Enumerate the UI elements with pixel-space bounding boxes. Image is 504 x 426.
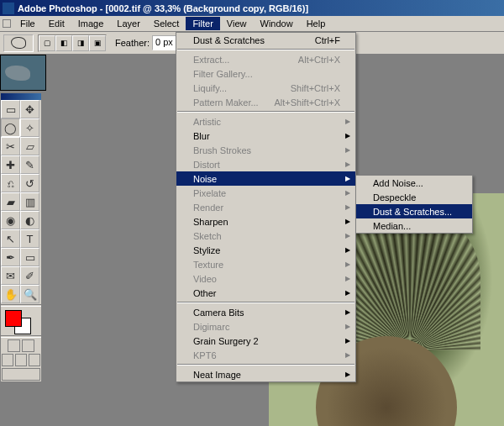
- toolbox: ▭✥ ◯✧ ✂▱ ✚✎ ⎌↺ ▰▥ ◉◐ ↖T ✒▭ ✉✐ ✋🔍: [0, 92, 42, 382]
- titlebar: Adobe Photoshop - [0002.tif @ 33,3% (Bac…: [0, 0, 504, 16]
- shape-tool[interactable]: ▭: [20, 248, 39, 266]
- menu-item-distort: Distort▶: [176, 157, 355, 171]
- dodge-tool[interactable]: ◐: [20, 211, 39, 229]
- menu-item-brush-strokes: Brush Strokes▶: [176, 143, 355, 157]
- type-tool[interactable]: T: [20, 229, 39, 248]
- crop-tool[interactable]: ✂: [1, 137, 20, 155]
- to-imageready[interactable]: [2, 368, 40, 381]
- gradient-tool[interactable]: ▥: [20, 192, 39, 211]
- stamp-tool[interactable]: ⎌: [1, 174, 20, 192]
- hand-tool[interactable]: ✋: [1, 285, 20, 303]
- menu-item-filter-gallery-: Filter Gallery...: [176, 66, 355, 81]
- menu-item-camera-bits[interactable]: Camera Bits▶: [176, 305, 355, 319]
- menu-layer[interactable]: Layer: [110, 17, 147, 30]
- menu-item-extract-: Extract...Alt+Ctrl+X: [176, 52, 355, 66]
- eyedropper-tool[interactable]: ✐: [20, 266, 39, 285]
- blur-tool[interactable]: ◉: [1, 211, 20, 229]
- lasso-tool[interactable]: ◯: [1, 118, 20, 137]
- pen-tool[interactable]: ✒: [1, 248, 20, 266]
- menu-item-stylize[interactable]: Stylize▶: [176, 243, 355, 257]
- menu-window[interactable]: Window: [254, 17, 300, 30]
- quickmask-mode[interactable]: [22, 339, 34, 352]
- menu-edit[interactable]: Edit: [42, 17, 71, 30]
- filter-dropdown: Dust & ScratchesCtrl+FExtract...Alt+Ctrl…: [176, 32, 356, 382]
- menu-item-other[interactable]: Other▶: [176, 286, 355, 300]
- menu-item-neat-image[interactable]: Neat Image▶: [176, 367, 355, 381]
- menu-filter[interactable]: Filter: [186, 17, 219, 30]
- submenu-item-dust-scratches-[interactable]: Dust & Scratches...: [356, 204, 472, 218]
- menu-file[interactable]: File: [13, 17, 42, 30]
- selection-subtract[interactable]: ◨: [72, 35, 89, 51]
- healing-tool[interactable]: ✚: [1, 155, 20, 174]
- document-thumbnail[interactable]: [0, 55, 46, 91]
- menu-item-kpt6: KPT6▶: [176, 348, 355, 362]
- menu-item-blur[interactable]: Blur▶: [176, 129, 355, 143]
- doc-corner-icon[interactable]: [3, 19, 11, 28]
- menu-item-grain-surgery-2[interactable]: Grain Surgery 2▶: [176, 334, 355, 348]
- selection-new[interactable]: ▢: [39, 35, 55, 51]
- eraser-tool[interactable]: ▰: [1, 192, 20, 211]
- selection-add[interactable]: ◧: [55, 35, 72, 51]
- app-icon: [3, 3, 14, 14]
- menubar: File Edit Image Layer Select Filter View…: [0, 16, 504, 32]
- noise-submenu: Add Noise...DespeckleDust & Scratches...…: [355, 175, 473, 234]
- menu-item-video: Video▶: [176, 271, 355, 286]
- zoom-tool[interactable]: 🔍: [20, 285, 39, 303]
- toolbox-titlebar[interactable]: [1, 93, 41, 100]
- path-tool[interactable]: ↖: [1, 229, 20, 248]
- menu-item-dust-scratches[interactable]: Dust & ScratchesCtrl+F: [176, 33, 355, 47]
- screen-standard[interactable]: [2, 354, 13, 366]
- menu-item-artistic: Artistic▶: [176, 114, 355, 129]
- wand-tool[interactable]: ✧: [20, 118, 39, 137]
- notes-tool[interactable]: ✉: [1, 266, 20, 285]
- menu-item-texture: Texture▶: [176, 257, 355, 271]
- menu-select[interactable]: Select: [147, 17, 186, 30]
- slice-tool[interactable]: ▱: [20, 137, 39, 155]
- marquee-tool[interactable]: ▭: [1, 100, 20, 118]
- foreground-color[interactable]: [5, 310, 22, 327]
- menu-item-pattern-maker-: Pattern Maker...Alt+Shift+Ctrl+X: [176, 95, 355, 109]
- feather-label: Feather:: [115, 38, 150, 48]
- color-swatches: [1, 308, 41, 334]
- history-brush-tool[interactable]: ↺: [20, 174, 39, 192]
- screen-full[interactable]: [29, 354, 40, 366]
- move-tool[interactable]: ✥: [20, 100, 39, 118]
- lasso-icon: [11, 37, 26, 49]
- menu-image[interactable]: Image: [71, 17, 111, 30]
- screen-full-menu[interactable]: [15, 354, 27, 366]
- submenu-item-add-noise-[interactable]: Add Noise...: [356, 176, 472, 190]
- menu-item-digimarc: Digimarc▶: [176, 319, 355, 334]
- menu-item-liquify-: Liquify...Shift+Ctrl+X: [176, 81, 355, 95]
- brush-tool[interactable]: ✎: [20, 155, 39, 174]
- menu-item-sketch: Sketch▶: [176, 229, 355, 243]
- submenu-item-median-[interactable]: Median...: [356, 218, 472, 233]
- menu-help[interactable]: Help: [300, 17, 333, 30]
- selection-intersect[interactable]: ▣: [89, 35, 106, 51]
- menu-item-render: Render▶: [176, 200, 355, 214]
- menu-item-sharpen[interactable]: Sharpen▶: [176, 214, 355, 229]
- current-tool-preview[interactable]: [3, 34, 34, 52]
- standard-mode[interactable]: [8, 339, 20, 352]
- window-title: Adobe Photoshop - [0002.tif @ 33,3% (Bac…: [18, 3, 308, 13]
- submenu-item-despeckle[interactable]: Despeckle: [356, 190, 472, 204]
- menu-item-pixelate: Pixelate▶: [176, 186, 355, 200]
- selection-mode-group: ▢ ◧ ◨ ▣: [38, 34, 107, 52]
- menu-item-noise[interactable]: Noise▶: [176, 171, 355, 186]
- menu-view[interactable]: View: [220, 17, 254, 30]
